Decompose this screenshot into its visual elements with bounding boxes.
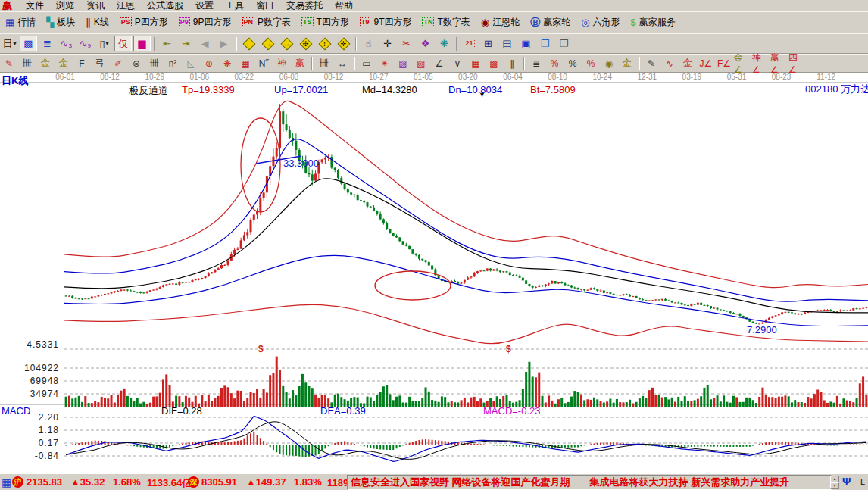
- save-button[interactable]: ▣: [517, 36, 535, 51]
- span-measure-tool-button[interactable]: ↔: [334, 56, 351, 70]
- gann-circle-tool-button[interactable]: ⊜: [128, 56, 145, 70]
- main-chart-button[interactable]: ▩: [20, 36, 37, 51]
- target-tool-button[interactable]: ⊕: [201, 56, 217, 70]
- p-number-button[interactable]: PNP数字表: [237, 16, 297, 29]
- jifan-channel-button[interactable]: 仅: [114, 36, 132, 51]
- menu-item-gann[interactable]: 江恩: [111, 0, 141, 12]
- compress-button[interactable]: ✣: [297, 36, 314, 51]
- wave9-button[interactable]: ∿₉: [76, 36, 94, 51]
- menu-item-window[interactable]: 窗口: [250, 0, 280, 12]
- menu-item-trade-order[interactable]: 交易委托: [280, 0, 329, 12]
- crosshair-button[interactable]: ✛: [379, 36, 396, 51]
- zoom-vertical-button[interactable]: ↕: [316, 36, 333, 51]
- nav-first-button[interactable]: ⇤: [158, 36, 176, 51]
- print-button[interactable]: ❐: [555, 36, 573, 51]
- web-grid-tool-button[interactable]: ▦: [237, 56, 254, 70]
- t-square-button[interactable]: TST四方形: [296, 16, 354, 29]
- spinner-up-button[interactable]: ▴: [830, 476, 839, 482]
- period-day-button[interactable]: 日▾: [1, 36, 18, 51]
- color-volume-button[interactable]: ▆: [133, 36, 151, 51]
- wave3-button[interactable]: ∿₃: [58, 36, 75, 51]
- marker-pen-tool-button[interactable]: ✐: [110, 56, 126, 70]
- si-angle-tool-button[interactable]: 四∠: [788, 56, 805, 70]
- spinner-down-button[interactable]: ▾: [830, 482, 839, 489]
- menu-item-settings[interactable]: 设置: [189, 0, 220, 12]
- ying-grid-tool-button[interactable]: 赢: [292, 56, 308, 70]
- t-number-button[interactable]: TNT数字表: [417, 16, 475, 29]
- candle-type-button[interactable]: ▯▾: [95, 36, 113, 51]
- f10-info-button[interactable]: ≣: [39, 36, 56, 51]
- gold-underline-tool-button[interactable]: 金: [679, 56, 696, 70]
- expand-button[interactable]: ✛: [335, 36, 352, 51]
- parallel-lines-tool-button[interactable]: ∥: [504, 56, 520, 70]
- gann-gadget-button[interactable]: ❖: [417, 36, 434, 51]
- gold-grid-tool-button[interactable]: 金: [37, 56, 54, 70]
- percent-retrace-tool-button[interactable]: %: [546, 56, 563, 70]
- percent-line-tool-button[interactable]: %: [582, 56, 599, 70]
- j-angle-tool-button[interactable]: J∠: [698, 56, 714, 70]
- notepad-button[interactable]: ▤: [498, 36, 516, 51]
- network-data-button[interactable]: ❒: [536, 36, 554, 51]
- ying-angle-tool-button[interactable]: 赢∠: [770, 56, 787, 70]
- sectors-button[interactable]: ▚板块: [41, 16, 80, 29]
- nav-last-button[interactable]: ⇥: [177, 36, 195, 51]
- gold-circle-tool-button[interactable]: ◉: [601, 56, 617, 70]
- pan-left-button[interactable]: ←: [240, 36, 258, 51]
- time-lines-tool-button[interactable]: 卌: [146, 56, 163, 70]
- ray-fan-tool-button[interactable]: ✴: [376, 56, 393, 70]
- web-tool-button[interactable]: ❋: [219, 56, 236, 70]
- menu-item-info[interactable]: 资讯: [80, 0, 111, 12]
- bow-grid-tool-button[interactable]: 弓: [92, 56, 108, 70]
- rect-tool-button[interactable]: ▭: [358, 56, 375, 70]
- gold-grid2-tool-button[interactable]: 金: [55, 56, 72, 70]
- square-nine-tool-button[interactable]: n²: [164, 56, 181, 70]
- percent-tool-button[interactable]: %: [564, 56, 581, 70]
- t9-square-button[interactable]: T99T四方形: [354, 16, 417, 29]
- calculator-button[interactable]: ⊞: [479, 36, 497, 51]
- zigzag-tool-button[interactable]: ∨: [449, 56, 466, 70]
- k-note-tool-button[interactable]: Ν˝: [255, 56, 272, 70]
- f-grid-tool-button[interactable]: F: [73, 56, 90, 70]
- pan-right-button[interactable]: →: [259, 36, 276, 51]
- nav-next-button[interactable]: ▶: [215, 36, 233, 51]
- price-lines-tool-button[interactable]: 卌: [19, 56, 36, 70]
- ink-pen-tool-button[interactable]: ✎: [643, 56, 660, 70]
- spider-web-button[interactable]: ❋: [436, 36, 453, 51]
- menu-item-tools[interactable]: 工具: [220, 0, 250, 12]
- scale-ruler-tool-button[interactable]: ≣: [528, 56, 545, 70]
- fan-grid-tool-button[interactable]: ▨: [395, 56, 411, 70]
- angle-line-tool-button[interactable]: ∠: [431, 56, 448, 70]
- zoom-horizontal-button[interactable]: ↔: [278, 36, 295, 51]
- kline-button[interactable]: ∥K线: [80, 16, 114, 29]
- nav-prev-button[interactable]: ◀: [196, 36, 214, 51]
- day-count-tool-button[interactable]: 卌: [316, 56, 333, 70]
- wave-band-tool-button[interactable]: ∿: [661, 56, 678, 70]
- gann-wheel-button[interactable]: ◉江恩轮: [476, 16, 525, 29]
- toolbar-separator: [154, 37, 155, 51]
- shen-grid-tool-button[interactable]: 神: [273, 56, 290, 70]
- gold-angle-tool-button[interactable]: 金∠: [734, 56, 751, 70]
- quotes-button[interactable]: ▦行情: [0, 16, 41, 29]
- quote-table-icon[interactable]: ▦: [2, 476, 11, 488]
- red-grid-box-tool-button[interactable]: ▩: [486, 56, 502, 70]
- chart-area[interactable]: 33.30007.2900$$▼ 日K线 极反通道 002180 万力达 MAC…: [0, 73, 868, 473]
- hexagon-button[interactable]: ◎六角形: [576, 16, 625, 29]
- angle-flag-tool-button[interactable]: ◺: [183, 56, 199, 70]
- fan-grid2-tool-button[interactable]: ▧: [413, 56, 429, 70]
- red-grid-tool-button[interactable]: ▦: [467, 56, 484, 70]
- menu-item-formula-stock-pick[interactable]: 公式选股: [141, 0, 189, 12]
- calendar-button[interactable]: 21: [461, 36, 478, 51]
- hand-tool-button[interactable]: ☝: [360, 36, 377, 51]
- winner-service-button[interactable]: $赢家服务: [626, 16, 681, 29]
- menu-item-file[interactable]: 文件: [20, 0, 50, 12]
- p9-square-button[interactable]: P99P四方形: [173, 16, 237, 29]
- shen-angle-tool-button[interactable]: 神∠: [752, 56, 769, 70]
- winner-wheel-button[interactable]: Ⓑ赢家轮: [525, 16, 576, 29]
- menu-item-view[interactable]: 浏览: [50, 0, 80, 12]
- gold-level-tool-button[interactable]: 金: [619, 56, 635, 70]
- pen-tool-button[interactable]: ✎: [1, 56, 17, 70]
- f-angle-tool-button[interactable]: F∠: [716, 56, 732, 70]
- menu-item-help[interactable]: 帮助: [329, 0, 359, 12]
- p-square-button[interactable]: PSP四方形: [114, 16, 173, 29]
- cut-tool-button[interactable]: ✂: [398, 36, 415, 51]
